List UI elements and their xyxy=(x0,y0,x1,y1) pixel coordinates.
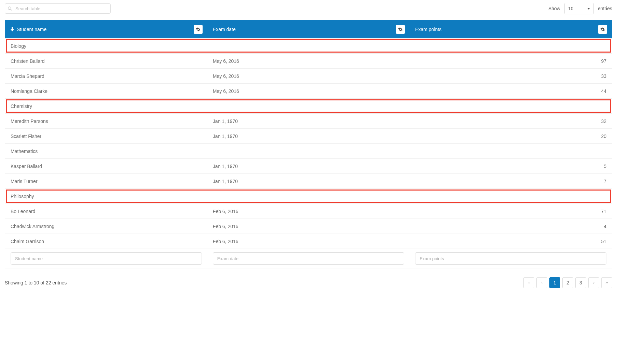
cell-name: Kasper Ballard xyxy=(5,159,207,174)
cell-points: 7 xyxy=(410,174,612,189)
show-label-after: entries xyxy=(598,6,612,11)
search-wrapper xyxy=(5,3,111,14)
chevron-left-icon xyxy=(540,281,544,284)
group-label: Philosophy xyxy=(5,189,612,204)
cell-name: Chaim Garrison xyxy=(5,234,207,249)
group-label: Biology xyxy=(5,39,612,54)
table-body: BiologyChristen BallardMay 6, 201697Marc… xyxy=(5,39,612,249)
table-row[interactable]: Meredith ParsonsJan 1, 197032 xyxy=(5,114,612,129)
chevron-right-icon xyxy=(592,281,595,284)
filter-date-input[interactable] xyxy=(213,252,404,265)
cell-points: 33 xyxy=(410,69,612,84)
pager-page-2[interactable]: 2 xyxy=(562,277,573,288)
col-header-date-label: Exam date xyxy=(213,27,236,32)
svg-point-0 xyxy=(8,7,11,10)
col-settings-points-button[interactable] xyxy=(598,25,607,34)
cell-name: Nomlanga Clarke xyxy=(5,84,207,99)
table-row[interactable]: Chadwick ArmstrongFeb 6, 20164 xyxy=(5,219,612,234)
table-row[interactable]: Christen BallardMay 6, 201697 xyxy=(5,54,612,69)
col-header-name-label: Student name xyxy=(17,27,46,32)
cell-name: Maris Turner xyxy=(5,174,207,189)
cell-date: May 6, 2016 xyxy=(207,69,410,84)
cell-points: 20 xyxy=(410,129,612,144)
table-row[interactable]: Kasper BallardJan 1, 19705 xyxy=(5,159,612,174)
pager-page-3[interactable]: 3 xyxy=(575,277,586,288)
col-header-name[interactable]: Student name xyxy=(5,20,207,39)
group-row[interactable]: Biology xyxy=(5,39,612,54)
table-row[interactable]: Nomlanga ClarkeMay 6, 201644 xyxy=(5,84,612,99)
chevrons-right-icon xyxy=(605,281,609,284)
cell-date: May 6, 2016 xyxy=(207,84,410,99)
chevron-down-icon xyxy=(587,8,590,10)
search-input[interactable] xyxy=(5,3,111,14)
col-settings-date-button[interactable] xyxy=(396,25,405,34)
cell-points: 97 xyxy=(410,54,612,69)
cell-points: 4 xyxy=(410,219,612,234)
cell-date: Feb 6, 2016 xyxy=(207,234,410,249)
pager-prev-button[interactable] xyxy=(536,277,547,288)
filter-row xyxy=(5,249,612,268)
gear-icon xyxy=(600,27,605,32)
header-row: Student name Exam date Exam points xyxy=(5,20,612,39)
col-header-date[interactable]: Exam date xyxy=(207,20,410,39)
cell-date: Feb 6, 2016 xyxy=(207,219,410,234)
col-settings-name-button[interactable] xyxy=(194,25,203,34)
svg-line-1 xyxy=(11,9,12,11)
group-row[interactable]: Philosophy xyxy=(5,189,612,204)
col-header-points-label: Exam points xyxy=(415,27,441,32)
show-entries: Show 10 entries xyxy=(548,3,612,14)
group-row[interactable]: Mathematics xyxy=(5,144,612,159)
cell-date: Feb 6, 2016 xyxy=(207,204,410,219)
group-label: Chemistry xyxy=(5,99,612,114)
table-row[interactable]: Chaim GarrisonFeb 6, 201651 xyxy=(5,234,612,249)
data-table: Student name Exam date Exam points xyxy=(5,20,612,268)
group-label: Mathematics xyxy=(5,144,612,159)
table-row[interactable]: Bo LeonardFeb 6, 201671 xyxy=(5,204,612,219)
cell-points: 5 xyxy=(410,159,612,174)
show-label-before: Show xyxy=(548,6,560,11)
cell-name: Meredith Parsons xyxy=(5,114,207,129)
cell-date: Jan 1, 1970 xyxy=(207,129,410,144)
bottom-bar: Showing 1 to 10 of 22 entries 123 xyxy=(5,277,612,288)
pager-last-button[interactable] xyxy=(601,277,612,288)
search-icon xyxy=(8,6,12,11)
table-row[interactable]: Maris TurnerJan 1, 19707 xyxy=(5,174,612,189)
table-row[interactable]: Marcia ShepardMay 6, 201633 xyxy=(5,69,612,84)
cell-date: May 6, 2016 xyxy=(207,54,410,69)
chevrons-left-icon xyxy=(527,281,531,284)
sort-desc-icon xyxy=(11,27,14,31)
cell-date: Jan 1, 1970 xyxy=(207,159,410,174)
cell-name: Chadwick Armstrong xyxy=(5,219,207,234)
pager: 123 xyxy=(523,277,612,288)
col-header-points[interactable]: Exam points xyxy=(410,20,612,39)
cell-name: Scarlett Fisher xyxy=(5,129,207,144)
cell-date: Jan 1, 1970 xyxy=(207,174,410,189)
cell-points: 44 xyxy=(410,84,612,99)
cell-points: 32 xyxy=(410,114,612,129)
cell-points: 51 xyxy=(410,234,612,249)
filter-name-input[interactable] xyxy=(11,252,202,265)
gear-icon xyxy=(196,27,201,32)
top-bar: Show 10 entries xyxy=(5,3,612,14)
filter-points-input[interactable] xyxy=(415,252,606,265)
cell-name: Marcia Shepard xyxy=(5,69,207,84)
pager-first-button[interactable] xyxy=(523,277,534,288)
cell-points: 71 xyxy=(410,204,612,219)
pager-page-1[interactable]: 1 xyxy=(549,277,560,288)
cell-name: Christen Ballard xyxy=(5,54,207,69)
entries-value: 10 xyxy=(568,6,574,11)
table-row[interactable]: Scarlett FisherJan 1, 197020 xyxy=(5,129,612,144)
entries-dropdown[interactable]: 10 xyxy=(564,3,594,14)
cell-name: Bo Leonard xyxy=(5,204,207,219)
group-row[interactable]: Chemistry xyxy=(5,99,612,114)
cell-date: Jan 1, 1970 xyxy=(207,114,410,129)
pager-next-button[interactable] xyxy=(588,277,599,288)
info-text: Showing 1 to 10 of 22 entries xyxy=(5,280,67,285)
gear-icon xyxy=(398,27,403,32)
